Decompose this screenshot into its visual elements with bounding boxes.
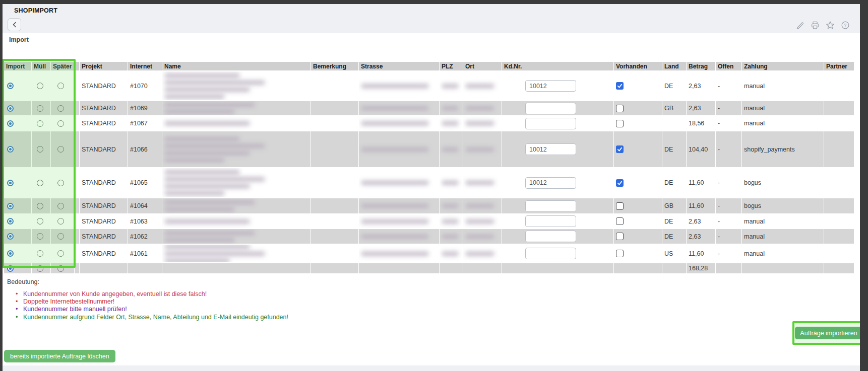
- internet-value: #1069: [128, 105, 148, 112]
- vorhanden-checkbox[interactable]: [616, 82, 624, 90]
- projekt-value: STANDARD: [80, 83, 116, 90]
- redacted-ort: [465, 147, 494, 152]
- column-header: Betrag: [687, 63, 708, 70]
- import-radio[interactable]: [7, 180, 14, 186]
- import-radio[interactable]: [7, 83, 14, 89]
- spaeter-radio[interactable]: [57, 203, 64, 209]
- import-radio[interactable]: [7, 203, 14, 209]
- muell-radio[interactable]: [37, 265, 43, 272]
- betrag-value: 11,60: [687, 250, 704, 257]
- edit-icon[interactable]: [795, 20, 804, 30]
- import-radio[interactable]: [7, 105, 14, 112]
- vorhanden-checkbox[interactable]: [616, 250, 624, 257]
- import-orders-button[interactable]: Aufträge importieren: [795, 327, 862, 339]
- import-radio[interactable]: [7, 265, 14, 272]
- offen-value: -: [716, 250, 720, 257]
- spaeter-radio[interactable]: [57, 120, 64, 127]
- redacted-strasse: [361, 84, 429, 89]
- spaeter-radio[interactable]: [57, 265, 64, 272]
- redacted-plz: [442, 180, 459, 185]
- delete-imported-button[interactable]: bereits importierte Auftrage löschen: [4, 350, 115, 362]
- vorhanden-checkbox[interactable]: [616, 105, 624, 112]
- window-edge-right: [860, 0, 868, 371]
- table-row: STANDARD#1063DE2,63-manual: [4, 214, 854, 229]
- redacted-plz: [442, 106, 459, 111]
- import-radio[interactable]: [7, 218, 14, 225]
- kdnr-input[interactable]: [525, 215, 576, 227]
- vorhanden-checkbox[interactable]: [616, 179, 624, 187]
- import-radio[interactable]: [7, 250, 14, 257]
- land-value: GB: [662, 105, 673, 112]
- muell-radio[interactable]: [37, 233, 43, 240]
- muell-radio[interactable]: [37, 120, 43, 127]
- table-total-row: 168,28: [4, 263, 854, 274]
- column-header: Projekt: [80, 63, 102, 70]
- projekt-value: STANDARD: [80, 179, 116, 186]
- projekt-value: STANDARD: [80, 202, 116, 209]
- spaeter-radio[interactable]: [57, 146, 64, 153]
- projekt-value: STANDARD: [80, 233, 116, 240]
- muell-radio[interactable]: [37, 250, 43, 257]
- redacted-strasse: [361, 219, 429, 224]
- window-edge-left: [0, 0, 3, 371]
- muell-radio[interactable]: [37, 146, 43, 153]
- kdnr-input[interactable]: [525, 177, 576, 189]
- redacted-strasse: [361, 106, 429, 111]
- column-header: Bemerkung: [311, 63, 346, 70]
- vorhanden-checkbox[interactable]: [616, 217, 624, 225]
- kdnr-input[interactable]: [525, 248, 576, 259]
- offen-value: -: [716, 233, 720, 240]
- offen-value: -: [716, 202, 720, 209]
- spaeter-radio[interactable]: [57, 180, 64, 186]
- betrag-value: 18,56: [687, 120, 704, 127]
- kdnr-input[interactable]: [525, 231, 576, 242]
- kdnr-input[interactable]: [525, 118, 576, 129]
- redacted-plz: [442, 147, 459, 152]
- vorhanden-checkbox[interactable]: [616, 202, 624, 210]
- spaeter-radio[interactable]: [57, 218, 64, 225]
- kdnr-input[interactable]: [525, 80, 576, 92]
- spaeter-radio[interactable]: [57, 105, 64, 112]
- internet-value: #1065: [128, 179, 148, 186]
- internet-value: #1067: [128, 120, 148, 127]
- chevron-left-icon: [12, 22, 18, 28]
- kdnr-input[interactable]: [525, 143, 576, 155]
- column-header: Import: [4, 63, 25, 70]
- import-radio[interactable]: [7, 120, 14, 127]
- muell-radio[interactable]: [37, 218, 43, 225]
- spaeter-radio[interactable]: [57, 250, 64, 257]
- column-header: PLZ: [440, 63, 453, 70]
- redacted-name: [162, 121, 250, 126]
- redacted-strasse: [361, 203, 429, 208]
- import-radio[interactable]: [7, 146, 14, 153]
- favorite-icon[interactable]: [825, 20, 835, 30]
- redacted-plz: [442, 234, 459, 239]
- column-header: Name: [162, 63, 181, 70]
- table-header-row: ImportMüllSpäterProjektInternetNameBemer…: [4, 62, 854, 71]
- redacted-ort: [465, 84, 494, 89]
- zahlung-value: manual: [742, 250, 765, 257]
- spaeter-radio[interactable]: [57, 83, 64, 89]
- kdnr-input[interactable]: [525, 103, 576, 114]
- footer-strip: [3, 365, 860, 371]
- zahlung-value: manual: [742, 120, 765, 127]
- kdnr-input[interactable]: [525, 200, 576, 212]
- vorhanden-checkbox[interactable]: [616, 233, 624, 240]
- import-radio[interactable]: [7, 233, 14, 240]
- back-button[interactable]: [8, 18, 21, 31]
- svg-text:?: ?: [844, 23, 846, 28]
- print-icon[interactable]: [810, 20, 820, 30]
- column-header: Partner: [824, 63, 847, 70]
- help-icon[interactable]: ?: [840, 20, 850, 30]
- redacted-plz: [442, 121, 459, 126]
- vorhanden-checkbox[interactable]: [616, 145, 624, 153]
- legend-list: Kundennummer von Kunde angegeben, eventu…: [23, 290, 288, 321]
- muell-radio[interactable]: [37, 180, 43, 186]
- table-row: STANDARD#1070DE2,63-manual: [4, 71, 854, 101]
- muell-radio[interactable]: [37, 203, 43, 209]
- spaeter-radio[interactable]: [57, 233, 64, 240]
- topbar-actions: ?: [795, 20, 850, 30]
- muell-radio[interactable]: [37, 83, 43, 89]
- vorhanden-checkbox[interactable]: [616, 120, 624, 127]
- muell-radio[interactable]: [37, 105, 43, 112]
